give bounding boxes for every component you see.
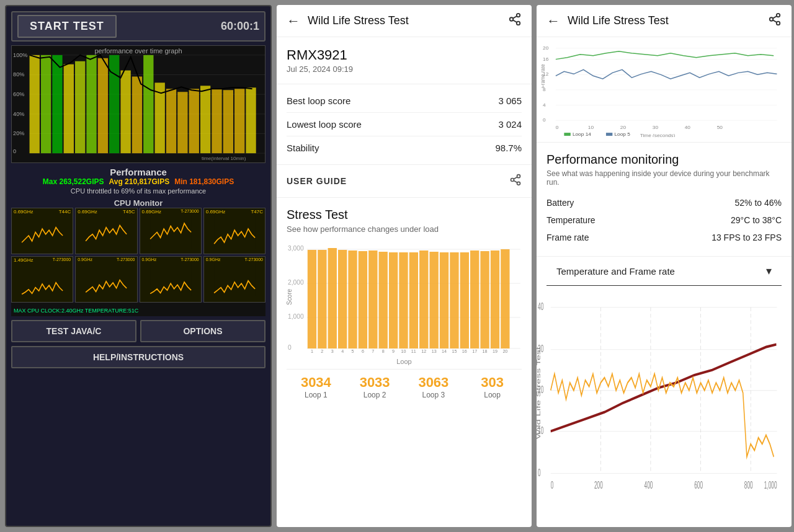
- battery-row: Battery 52% to 46%: [546, 194, 782, 211]
- svg-rect-72: [429, 252, 438, 348]
- chart-dropdown[interactable]: Temperature and Frame rate ▾: [546, 257, 782, 286]
- svg-rect-40: [214, 262, 255, 296]
- svg-rect-36: [214, 215, 255, 249]
- svg-text:80%: 80%: [13, 72, 24, 78]
- svg-text:600: 600: [694, 479, 703, 491]
- svg-rect-20: [120, 71, 130, 154]
- cpu-monitor-grid: 0.69GHzT44C 0.69GHzT45C 0.69GHzT-273000: [11, 208, 265, 303]
- svg-text:50: 50: [717, 125, 723, 130]
- bar-chart: 3,000 2,000 1,000 0 Score: [287, 241, 522, 353]
- svg-rect-60: [308, 250, 316, 348]
- svg-text:Score: Score: [287, 289, 293, 305]
- svg-text:200: 200: [594, 479, 603, 491]
- svg-text:0: 0: [13, 148, 16, 154]
- test-java-button[interactable]: TEST JAVA/C: [11, 320, 136, 342]
- start-test-button[interactable]: START TEST: [17, 15, 117, 38]
- back-button-center[interactable]: ←: [287, 13, 300, 29]
- svg-rect-14: [52, 55, 62, 153]
- svg-text:13: 13: [432, 349, 437, 353]
- device-date: Jul 25, 2024 09:19: [287, 64, 522, 74]
- lowest-loop-label: Lowest loop score: [287, 119, 362, 130]
- svg-rect-63: [338, 250, 347, 348]
- svg-text:6: 6: [362, 349, 364, 353]
- svg-rect-33: [22, 215, 63, 249]
- svg-text:20%: 20%: [13, 131, 24, 137]
- cpu-cell-2: 0.69GHzT-273000: [140, 208, 202, 254]
- svg-text:12: 12: [421, 349, 426, 353]
- svg-text:17: 17: [472, 349, 477, 353]
- svg-rect-13: [41, 55, 51, 153]
- svg-text:40: 40: [685, 125, 691, 130]
- svg-text:20: 20: [620, 125, 627, 130]
- device-name: RMX3921: [287, 47, 522, 63]
- svg-text:10: 10: [588, 125, 594, 130]
- battery-label: Battery: [546, 198, 574, 208]
- svg-text:2: 2: [321, 349, 323, 353]
- svg-rect-21: [132, 76, 142, 153]
- lowest-loop-row: Lowest loop score 3 024: [287, 113, 522, 136]
- cpu-footer-text: MAX CPU CLOCK:2.40GHz TEMPERATURE:51C: [14, 308, 138, 314]
- share-icon-right[interactable]: [768, 12, 782, 29]
- back-button-right[interactable]: ←: [546, 13, 560, 29]
- center-panel: ← Wild Life Stress Test RMX3921 Jul 25, …: [277, 5, 532, 527]
- share-icon-center[interactable]: [508, 12, 522, 29]
- perf-min: Min 181,830GIPS: [174, 177, 234, 186]
- options-button[interactable]: OPTIONS: [140, 320, 265, 342]
- lowest-loop-value: 3 024: [498, 119, 522, 130]
- user-guide-row[interactable]: USER GUIDE: [277, 165, 532, 198]
- stability-row: Stability 98.7%: [287, 136, 522, 159]
- svg-text:60%: 60%: [13, 91, 24, 97]
- svg-text:40: 40: [538, 301, 543, 313]
- perf-max: Max 263,522GIPS: [43, 177, 104, 186]
- svg-text:1,000: 1,000: [288, 313, 304, 320]
- svg-rect-61: [318, 250, 326, 348]
- best-loop-value: 3 065: [498, 95, 522, 106]
- stress-test-title: Stress Test: [287, 208, 522, 222]
- svg-text:0: 0: [543, 118, 546, 123]
- device-info: RMX3921 Jul 25, 2024 09:19: [277, 37, 532, 84]
- bar-x-label: Loop: [287, 358, 522, 365]
- stress-test-section: Stress Test See how performance changes …: [277, 198, 532, 527]
- svg-point-42: [510, 17, 514, 21]
- svg-text:11: 11: [411, 349, 416, 353]
- svg-rect-124: [564, 133, 570, 136]
- svg-rect-34: [86, 215, 127, 249]
- svg-line-44: [513, 20, 517, 22]
- cpu-monitor: CPU Monitor 0.69GHzT44C 0.69GHzT45C 0.69…: [11, 198, 265, 316]
- svg-rect-66: [368, 250, 377, 348]
- svg-text:400: 400: [645, 479, 653, 491]
- svg-rect-17: [86, 55, 96, 153]
- svg-rect-64: [348, 250, 357, 348]
- temperature-value: 29°C to 38°C: [731, 215, 782, 225]
- svg-text:0: 0: [551, 479, 554, 491]
- svg-rect-12: [30, 55, 40, 153]
- right-panel-title: Wild Life Stress Test: [568, 14, 761, 27]
- cpu-monitor-title: CPU Monitor: [11, 198, 265, 208]
- cpu-cell-1: 0.69GHzT45C: [75, 208, 137, 254]
- svg-text:3: 3: [331, 349, 334, 353]
- center-panel-header: ← Wild Life Stress Test: [277, 5, 532, 37]
- svg-rect-15: [64, 64, 74, 153]
- svg-line-50: [514, 177, 517, 179]
- svg-text:1: 1: [311, 349, 313, 353]
- svg-rect-22: [143, 55, 153, 153]
- stability-value: 98.7%: [495, 143, 522, 153]
- user-guide-share-icon[interactable]: [509, 174, 522, 188]
- svg-text:18: 18: [483, 349, 488, 353]
- svg-rect-75: [460, 252, 469, 348]
- svg-rect-78: [491, 250, 499, 348]
- svg-point-46: [517, 175, 520, 178]
- frame-rate-row: Frame rate 13 FPS to 23 FPS: [546, 229, 782, 246]
- svg-text:7: 7: [372, 349, 374, 353]
- help-button[interactable]: HELP/INSTRUCTIONS: [11, 346, 265, 368]
- svg-rect-62: [328, 248, 337, 348]
- svg-text:Time (seconds): Time (seconds): [640, 133, 676, 137]
- svg-rect-73: [440, 252, 448, 348]
- svg-rect-28: [212, 89, 221, 153]
- svg-rect-76: [470, 250, 479, 348]
- cpu-cell-4: 1.49GHzT-273000: [11, 256, 73, 303]
- cpu-cell-0: 0.69GHzT44C: [11, 208, 73, 254]
- svg-text:1,000: 1,000: [764, 479, 777, 491]
- svg-text:4: 4: [341, 349, 344, 353]
- svg-point-101: [770, 17, 774, 21]
